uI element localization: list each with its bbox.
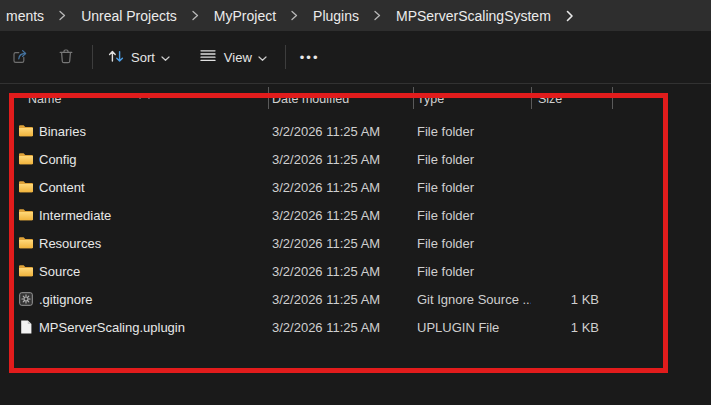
share-icon xyxy=(10,46,30,69)
file-date-modified: 3/2/2026 11:25 AM xyxy=(272,208,417,223)
file-type: File folder xyxy=(417,236,531,251)
breadcrumb-chevron-icon[interactable] xyxy=(291,10,298,21)
breadcrumb-item-mpserverscalingsystem[interactable]: MPServerScalingSystem xyxy=(394,6,553,26)
file-size: 1 KB xyxy=(531,320,612,335)
toolbar-divider xyxy=(92,45,93,69)
file-rows: Binaries 3/2/2026 11:25 AM File folder C… xyxy=(0,117,711,341)
breadcrumb-item-documents[interactable]: ments xyxy=(4,6,46,26)
breadcrumb-chevron-icon[interactable] xyxy=(566,10,574,22)
column-headers: Name Date modified Type Size xyxy=(0,87,711,111)
file-date-modified: 3/2/2026 11:25 AM xyxy=(272,236,417,251)
view-icon xyxy=(198,46,218,69)
file-name: Config xyxy=(39,152,77,167)
file-name: Content xyxy=(39,180,85,195)
file-date-modified: 3/2/2026 11:25 AM xyxy=(272,292,417,307)
file-name: MPServerScaling.uplugin xyxy=(39,320,185,335)
file-row-gitignore[interactable]: .gitignore 3/2/2026 11:25 AM Git Ignore … xyxy=(0,285,711,313)
file-type: File folder xyxy=(417,180,531,195)
file-date-modified: 3/2/2026 11:25 AM xyxy=(272,320,417,335)
breadcrumb-chevron-icon[interactable] xyxy=(192,10,199,21)
file-type: File folder xyxy=(417,264,531,279)
uplugin-file-icon xyxy=(18,319,34,335)
view-button-label: View xyxy=(224,50,252,65)
gitignore-file-icon xyxy=(18,291,34,307)
file-type: File folder xyxy=(417,152,531,167)
folder-icon xyxy=(18,235,34,251)
folder-icon xyxy=(18,151,34,167)
file-name: Intermediate xyxy=(39,208,111,223)
chevron-down-icon xyxy=(258,50,267,65)
chevron-down-icon xyxy=(161,50,170,65)
file-date-modified: 3/2/2026 11:25 AM xyxy=(272,124,417,139)
file-row-uplugin[interactable]: MPServerScaling.uplugin 3/2/2026 11:25 A… xyxy=(0,313,711,341)
file-name: Resources xyxy=(39,236,101,251)
breadcrumb-item-unreal-projects[interactable]: Unreal Projects xyxy=(79,6,179,26)
file-row-intermediate[interactable]: Intermediate 3/2/2026 11:25 AM File fold… xyxy=(0,201,711,229)
sort-button[interactable]: Sort xyxy=(101,42,176,73)
file-date-modified: 3/2/2026 11:25 AM xyxy=(272,180,417,195)
file-row-config[interactable]: Config 3/2/2026 11:25 AM File folder xyxy=(0,145,711,173)
more-options-icon: ••• xyxy=(300,51,320,64)
file-explorer-window: ments Unreal Projects MyProject Plugins … xyxy=(0,0,711,405)
file-row-source[interactable]: Source 3/2/2026 11:25 AM File folder xyxy=(0,257,711,285)
file-row-content[interactable]: Content 3/2/2026 11:25 AM File folder xyxy=(0,173,711,201)
column-header-size[interactable]: Size xyxy=(531,92,612,106)
breadcrumb-item-plugins[interactable]: Plugins xyxy=(311,6,361,26)
delete-button[interactable] xyxy=(50,41,82,74)
file-name: .gitignore xyxy=(39,292,92,307)
file-type: File folder xyxy=(417,208,531,223)
view-button[interactable]: View xyxy=(192,41,273,74)
breadcrumb: ments Unreal Projects MyProject Plugins … xyxy=(0,0,711,31)
column-header-name[interactable]: Name xyxy=(10,92,272,106)
file-row-resources[interactable]: Resources 3/2/2026 11:25 AM File folder xyxy=(0,229,711,257)
breadcrumb-chevron-icon[interactable] xyxy=(374,10,381,21)
file-size: 1 KB xyxy=(531,292,612,307)
column-header-date-modified[interactable]: Date modified xyxy=(272,92,417,106)
folder-icon xyxy=(18,123,34,139)
sort-button-label: Sort xyxy=(131,50,155,65)
breadcrumb-item-myproject[interactable]: MyProject xyxy=(212,6,278,26)
trash-icon xyxy=(56,46,76,69)
breadcrumb-chevron-icon[interactable] xyxy=(59,10,66,21)
file-type: Git Ignore Source ... xyxy=(417,292,531,307)
file-list: Name Date modified Type Size Binaries 3/… xyxy=(0,84,711,405)
file-name: Binaries xyxy=(39,124,86,139)
file-date-modified: 3/2/2026 11:25 AM xyxy=(272,152,417,167)
file-name: Source xyxy=(39,264,80,279)
file-type: File folder xyxy=(417,124,531,139)
share-button[interactable] xyxy=(4,41,36,74)
folder-icon xyxy=(18,263,34,279)
file-date-modified: 3/2/2026 11:25 AM xyxy=(272,264,417,279)
column-header-type[interactable]: Type xyxy=(417,92,531,106)
command-bar: Sort View ••• xyxy=(0,31,711,84)
toolbar-divider xyxy=(285,45,286,69)
sort-icon xyxy=(107,47,125,68)
file-row-binaries[interactable]: Binaries 3/2/2026 11:25 AM File folder xyxy=(0,117,711,145)
folder-icon xyxy=(18,207,34,223)
file-type: UPLUGIN File xyxy=(417,320,531,335)
more-options-button[interactable]: ••• xyxy=(294,46,326,69)
folder-icon xyxy=(18,179,34,195)
